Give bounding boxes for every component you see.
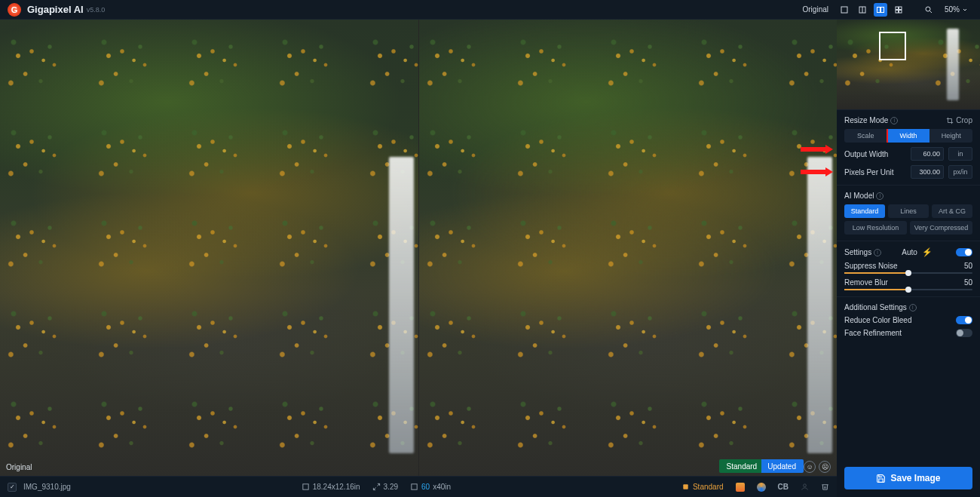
zoom-value: 50% bbox=[945, 5, 960, 14]
svg-rect-13 bbox=[303, 484, 308, 489]
thumbs-neutral-icon[interactable]: ☺ bbox=[804, 461, 816, 473]
reduce-color-bleed-label: Reduce Color Bleed bbox=[844, 316, 912, 324]
face-refinement-label: Face Refinement bbox=[844, 329, 902, 337]
tab-width[interactable]: Width bbox=[887, 129, 930, 143]
bolt-icon: ⚡ bbox=[922, 247, 933, 257]
zoom-level-dropdown[interactable]: 50% bbox=[940, 3, 972, 16]
tab-height[interactable]: Height bbox=[929, 129, 972, 143]
original-view-button[interactable]: Original bbox=[796, 3, 833, 16]
thumbs-sad-icon[interactable]: ☹ bbox=[819, 461, 831, 473]
input-dimensions: 18.24x12.16in bbox=[302, 483, 360, 491]
scale-icon bbox=[372, 483, 381, 491]
info-icon[interactable]: i bbox=[874, 249, 881, 256]
ai-model-options-2: Low Resolution Very Compressed bbox=[844, 221, 972, 235]
output-width-unit[interactable]: in bbox=[948, 147, 972, 161]
auto-label: Auto bbox=[902, 248, 917, 256]
view-grid-button[interactable] bbox=[892, 3, 905, 17]
svg-rect-5 bbox=[877, 7, 880, 12]
main-area: Original Standard Updated ☺ ☹ ✓ IMG_9310… bbox=[0, 20, 980, 497]
svg-rect-6 bbox=[880, 7, 884, 12]
output-width-input[interactable] bbox=[911, 147, 944, 161]
original-tag: Original bbox=[6, 463, 32, 471]
remove-blur-track[interactable] bbox=[844, 289, 972, 290]
ppu-unit[interactable]: px/in bbox=[948, 165, 972, 179]
auto-toggle[interactable] bbox=[956, 248, 972, 256]
ppu-label: Pixels Per Unit bbox=[844, 168, 906, 176]
compare-right: Updated bbox=[767, 462, 796, 471]
svg-rect-10 bbox=[899, 10, 902, 13]
additional-title: Additional Settingsi bbox=[844, 303, 917, 311]
current-model-badge: Standard bbox=[681, 483, 724, 491]
resize-panel: Resize Modei Crop Scale Width Height Out… bbox=[837, 110, 980, 186]
additional-settings-panel: Additional Settingsi Reduce Color Bleed … bbox=[837, 297, 980, 343]
chevron-down-icon bbox=[962, 7, 968, 13]
svg-rect-8 bbox=[899, 7, 902, 10]
filename-label: IMG_9310.jpg bbox=[23, 483, 71, 491]
svg-rect-16 bbox=[412, 484, 417, 489]
color-bleed-status[interactable] bbox=[757, 483, 766, 492]
remove-blur-label: Remove Blur bbox=[844, 278, 888, 287]
tab-scale[interactable]: Scale bbox=[844, 129, 887, 143]
navigator-viewport[interactable] bbox=[879, 32, 906, 60]
right-sidebar: Resize Modei Crop Scale Width Height Out… bbox=[837, 20, 980, 497]
model-lines[interactable]: Lines bbox=[888, 204, 929, 218]
color-swatch[interactable] bbox=[736, 483, 745, 492]
face-refinement-toggle[interactable] bbox=[956, 329, 972, 337]
pane-updated: Standard Updated ☺ ☹ bbox=[418, 20, 838, 476]
suppress-noise-track[interactable] bbox=[844, 272, 972, 274]
remove-blur-value: 50 bbox=[964, 278, 972, 287]
info-icon[interactable]: i bbox=[876, 192, 884, 200]
view-side-by-side-button[interactable] bbox=[874, 3, 887, 17]
output-dims-icon bbox=[410, 483, 418, 491]
svg-line-12 bbox=[929, 11, 932, 13]
ppu-input[interactable] bbox=[911, 165, 944, 179]
face-status-icon bbox=[801, 483, 809, 491]
compare-bar: Standard Updated bbox=[719, 459, 804, 473]
model-verycompressed[interactable]: Very Compressed bbox=[910, 221, 972, 235]
ai-model-panel: AI Modeli Standard Lines Art & CG Low Re… bbox=[837, 186, 980, 241]
svg-rect-9 bbox=[896, 10, 899, 13]
checkbox-icon[interactable]: ✓ bbox=[8, 483, 17, 492]
suppress-noise-label: Suppress Noise bbox=[844, 262, 898, 270]
resize-mode-tabs: Scale Width Height bbox=[844, 129, 972, 143]
info-icon[interactable]: i bbox=[909, 304, 917, 311]
svg-rect-2 bbox=[841, 7, 847, 13]
output-width-label: Output Width bbox=[844, 150, 906, 158]
app-version: v5.8.0 bbox=[87, 6, 106, 14]
cb-label: CB bbox=[778, 483, 789, 491]
pane-original: Original bbox=[0, 20, 418, 476]
file-check[interactable]: ✓ IMG_9310.jpg bbox=[8, 483, 71, 492]
svg-point-18 bbox=[804, 484, 807, 487]
view-split-v-button[interactable] bbox=[856, 3, 869, 17]
dimensions-icon bbox=[302, 483, 310, 491]
navigator[interactable] bbox=[837, 20, 980, 110]
trash-icon bbox=[821, 483, 829, 491]
suppress-noise-value: 50 bbox=[964, 262, 972, 270]
svg-rect-7 bbox=[896, 7, 899, 10]
rating-icons: ☺ ☹ bbox=[804, 461, 831, 473]
model-lowres[interactable]: Low Resolution bbox=[844, 221, 907, 235]
scale-factor: 3.29 bbox=[372, 483, 398, 491]
ai-model-title: AI Modeli bbox=[844, 192, 884, 200]
model-standard[interactable]: Standard bbox=[844, 204, 885, 218]
original-label: Original bbox=[803, 5, 828, 14]
save-icon bbox=[876, 474, 886, 483]
save-image-button[interactable]: Save Image bbox=[844, 467, 972, 489]
app-logo: G bbox=[8, 3, 21, 17]
model-icon bbox=[681, 483, 690, 491]
status-bar: ✓ IMG_9310.jpg 18.24x12.16in 3.29 60x40i… bbox=[0, 476, 837, 497]
ai-model-options: Standard Lines Art & CG bbox=[844, 204, 972, 218]
delete-button[interactable] bbox=[821, 483, 829, 491]
zoom-tool-button[interactable] bbox=[922, 3, 936, 17]
title-bar: G Gigapixel AI v5.8.0 Original 50% bbox=[0, 0, 980, 20]
model-art-cg[interactable]: Art & CG bbox=[932, 204, 972, 218]
image-viewer[interactable]: Original Standard Updated ☺ ☹ bbox=[0, 20, 837, 476]
svg-line-14 bbox=[377, 483, 379, 486]
suppress-noise-slider: Suppress Noise50 bbox=[844, 262, 972, 274]
svg-point-11 bbox=[926, 7, 930, 11]
reduce-color-bleed-toggle[interactable] bbox=[956, 316, 972, 324]
svg-rect-17 bbox=[683, 484, 688, 489]
crop-button[interactable]: Crop bbox=[946, 116, 972, 124]
info-icon[interactable]: i bbox=[890, 117, 898, 124]
view-single-button[interactable] bbox=[838, 3, 851, 17]
